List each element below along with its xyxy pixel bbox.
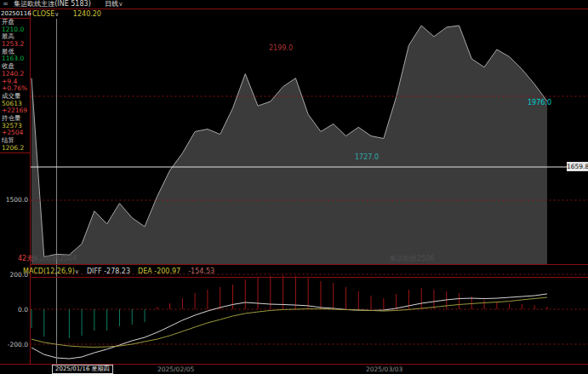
- date-tick: 2025/02/05: [157, 365, 194, 373]
- close-field-value: 1240.20: [73, 10, 101, 18]
- last-price-label: 1976.0: [528, 99, 551, 106]
- link-icon: ∞: [3, 0, 9, 8]
- period-selector[interactable]: 日线∨: [105, 0, 123, 8]
- date-tick: 2025/03/03: [366, 365, 402, 373]
- price-gridline-label: 1500.0: [0, 196, 28, 204]
- quote-sidebar: 20250116 开盘1210.0最高1253.2最低1163.0收盘1240.…: [0, 9, 30, 153]
- visible-bars-count: 42天: [18, 254, 33, 263]
- close-field-row[interactable]: CLOSE∨ 1240.20: [32, 10, 101, 18]
- macd-gridline-label: -200.0: [0, 341, 28, 348]
- macd-gridline-label: 0.0: [0, 306, 28, 314]
- chevron-down-icon: ∨: [118, 1, 123, 8]
- swing-high-label: 2199.0: [269, 44, 293, 52]
- contract-title: 集运欧线主连(INE 5183): [14, 0, 91, 8]
- trading-app-window: ∞ 集运欧线主连(INE 5183) 日线∨ CLOSE∨ 1240.20 20…: [0, 0, 588, 374]
- contract-watermark: 集运欧线2504: [32, 254, 77, 263]
- title-bar: ∞ 集运欧线主连(INE 5183) 日线∨: [0, 0, 588, 9]
- macd-dea-readout: DEA -200.97: [138, 268, 180, 275]
- close-field-label[interactable]: CLOSE∨: [32, 10, 59, 18]
- chevron-down-icon: ∨: [54, 11, 59, 18]
- mid-low-label: 1727.0: [355, 153, 379, 161]
- macd-header: MACD(12,26,9)∨ DIFF -278.23 DEA -200.97 …: [23, 268, 214, 275]
- sidebar-rows: 开盘1210.0最高1253.2最低1163.0收盘1240.2+9.4+0.7…: [0, 19, 30, 152]
- chart-canvas[interactable]: [0, 0, 588, 374]
- sidebar-field-value: 1206.2: [0, 145, 30, 152]
- chevron-down-icon: ∨: [75, 268, 79, 275]
- crosshair-date-badge: 2025/01/16 星期四: [52, 365, 113, 374]
- date-axis[interactable]: 2025/01/16 星期四 2025/02/05 2025/03/03: [0, 365, 588, 374]
- macd-value-readout: -154.53: [188, 268, 214, 275]
- macd-diff-readout: DIFF -278.23: [87, 268, 130, 275]
- crosshair-price-badge: 1659.8: [567, 162, 588, 171]
- contract-watermark: 集运欧线2506: [390, 254, 434, 263]
- macd-indicator-selector[interactable]: MACD(12,26,9)∨: [23, 268, 79, 275]
